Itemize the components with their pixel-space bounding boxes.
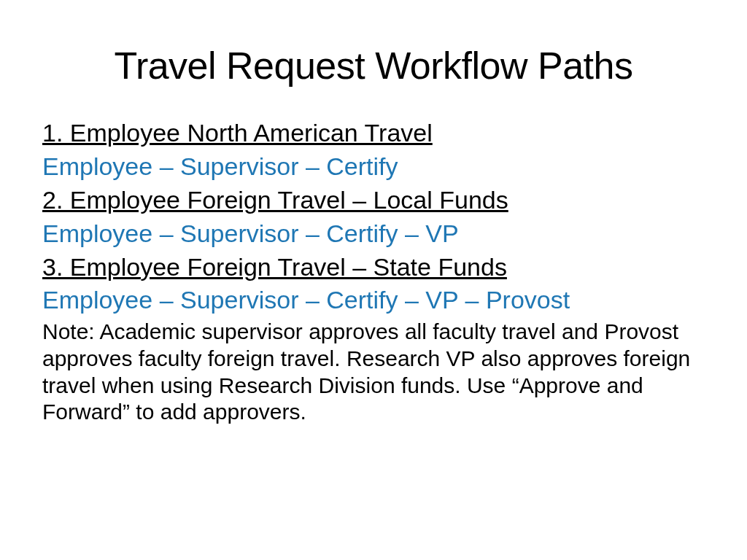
- slide-title: Travel Request Workflow Paths: [36, 44, 711, 88]
- workflow-heading-1: 1. Employee North American Travel: [42, 117, 711, 150]
- workflow-path-3: Employee – Supervisor – Certify – VP – P…: [42, 284, 711, 317]
- workflow-path-2: Employee – Supervisor – Certify – VP: [42, 217, 711, 251]
- workflow-heading-3: 3. Employee Foreign Travel – State Funds: [42, 251, 711, 284]
- slide-note: Note: Academic supervisor approves all f…: [42, 319, 711, 425]
- workflow-heading-2: 2. Employee Foreign Travel – Local Funds: [42, 184, 711, 217]
- slide-content: 1. Employee North American Travel Employ…: [36, 117, 711, 426]
- workflow-path-1: Employee – Supervisor – Certify: [42, 150, 711, 184]
